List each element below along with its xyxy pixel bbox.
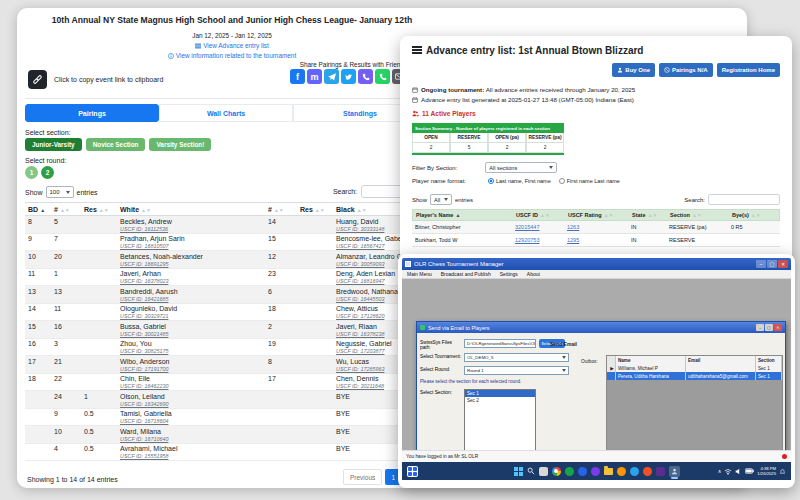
- copy-link-button[interactable]: [28, 70, 47, 89]
- header-num-black[interactable]: #▲▼: [265, 206, 297, 213]
- header-res-black[interactable]: Res▲▼: [297, 206, 333, 213]
- header-uscf-rating[interactable]: USCF Rating▲▼: [565, 212, 629, 218]
- menu-main-menu[interactable]: Main Menu: [407, 271, 432, 277]
- white-result-cell: [81, 288, 117, 303]
- header-byes[interactable]: Bye(s)▲▼: [729, 212, 779, 218]
- active-person-app-icon[interactable]: [669, 466, 680, 477]
- white-number-cell: 16: [51, 323, 81, 338]
- mastodon-icon[interactable]: m: [307, 69, 322, 84]
- taskbar-clock[interactable]: 4:38 PM 1/26/2025: [757, 466, 776, 476]
- white-uscf-id-link[interactable]: USCF ID: 16378023: [120, 278, 265, 285]
- purple-n-app-icon[interactable]: [656, 467, 665, 476]
- telegram-app-icon[interactable]: [630, 467, 639, 476]
- white-uscf-id-link[interactable]: USCF ID: 30825175: [120, 348, 265, 355]
- section-filter-select[interactable]: All sections: [485, 162, 557, 173]
- header-res-white[interactable]: Res▲▼: [81, 206, 117, 213]
- header-uscf-id[interactable]: USCF ID▲▼: [513, 212, 565, 218]
- view-tournament-info-link[interactable]: View information related to the tourname…: [17, 52, 447, 59]
- menu-settings[interactable]: Settings: [500, 271, 518, 277]
- header-num-white[interactable]: #▲▼: [51, 206, 81, 213]
- blue-app-icon[interactable]: [578, 467, 587, 476]
- black-number-cell: 8: [265, 358, 297, 373]
- white-uscf-id-link[interactable]: USCF ID: 16710640: [120, 436, 265, 443]
- header-players-name[interactable]: Player's Name▲: [413, 212, 513, 218]
- section-item-sec1[interactable]: Sec 1: [465, 390, 535, 397]
- header-section[interactable]: Section▲▼: [667, 212, 729, 218]
- purple-app-icon[interactable]: [591, 467, 600, 476]
- maximize-button[interactable]: ▢: [765, 324, 773, 331]
- minimize-button[interactable]: –: [756, 260, 766, 268]
- orange-app-icon[interactable]: [643, 467, 652, 476]
- tab-wall-charts[interactable]: Wall Charts: [159, 104, 293, 122]
- minimize-button[interactable]: –: [756, 324, 764, 331]
- white-uscf-id-link[interactable]: USCF ID: 16810507: [120, 243, 265, 250]
- white-uscf-id-link[interactable]: USCF ID: 15551958: [120, 453, 265, 460]
- previous-page-button[interactable]: Previous: [343, 469, 382, 485]
- format-last-first-radio[interactable]: Last name, First name: [488, 178, 551, 184]
- view-advance-entry-link[interactable]: View Advance entry list: [17, 42, 447, 49]
- summary-header-open-pa: OPEN (pa): [488, 133, 526, 143]
- round-select[interactable]: Round 1: [464, 366, 569, 375]
- white-uscf-id-link[interactable]: USCF ID: 16718604: [120, 418, 265, 425]
- white-uscf-id-link[interactable]: USCF ID: 16112536: [120, 226, 265, 233]
- tournament-select[interactable]: OL_DEMO_5: [464, 353, 569, 362]
- round-button-2[interactable]: 2: [41, 166, 54, 179]
- path-input[interactable]: D:\OLRgeneratedSwissSysFiles\OL_DEMO_5: [464, 339, 536, 348]
- section-item-sec2[interactable]: Sec 2: [465, 397, 535, 404]
- chrome-icon[interactable]: [552, 467, 561, 476]
- close-button[interactable]: ✕: [778, 260, 788, 268]
- round-button-1[interactable]: 1: [25, 166, 38, 179]
- entry-search-input[interactable]: [708, 194, 780, 205]
- buy-one-button[interactable]: Buy One: [612, 63, 655, 77]
- white-uscf-id-link[interactable]: USCF ID: 30329721: [120, 313, 265, 320]
- whatsapp-icon[interactable]: [375, 69, 390, 84]
- menu-broadcast-publish[interactable]: Broadcast and Publish: [441, 271, 491, 277]
- widgets-icon[interactable]: [407, 466, 418, 477]
- white-player-cell: Javeri, Arhan USCF ID: 16378023: [117, 270, 265, 285]
- twitter-icon[interactable]: [341, 69, 356, 84]
- white-uscf-id-link[interactable]: USCF ID: 30021485: [120, 331, 265, 338]
- windows-start-icon[interactable]: [514, 467, 523, 476]
- header-white[interactable]: White▲▼: [117, 206, 265, 213]
- uscf-rating-link[interactable]: 1263: [567, 224, 579, 230]
- facebook-icon[interactable]: f: [290, 69, 305, 84]
- section-button-varsity[interactable]: Varsity Section!: [149, 138, 211, 151]
- menu-about[interactable]: About: [527, 271, 540, 277]
- search-icon[interactable]: [527, 467, 535, 475]
- green-app-icon[interactable]: [565, 467, 574, 476]
- chevron-up-icon[interactable]: ∧: [718, 468, 722, 474]
- tab-pairings[interactable]: Pairings: [25, 104, 159, 122]
- notification-bell-icon[interactable]: [779, 468, 786, 475]
- dialog-titlebar[interactable]: Send via Email to Players – ▢ ✕: [417, 322, 785, 333]
- section-button-novice[interactable]: Novice Section: [86, 138, 146, 151]
- chat-icon[interactable]: [539, 467, 548, 476]
- uscf-rating-link[interactable]: 1295: [567, 237, 579, 243]
- grid-row-selected[interactable]: Perera, Uditha Harshana udithaharshana5@…: [607, 372, 782, 380]
- section-button-junior-varsity[interactable]: Junior-Varsity: [25, 138, 82, 151]
- white-uscf-id-link[interactable]: USCF ID: 16691295: [120, 261, 265, 268]
- olr-titlebar[interactable]: OLR Chess Tournament Manager – ▢ ✕: [402, 258, 791, 270]
- registration-home-button[interactable]: Registration Home: [717, 63, 780, 77]
- white-uscf-id-link[interactable]: USCF ID: 17191700: [120, 366, 265, 373]
- speaker-icon[interactable]: [735, 468, 742, 475]
- white-uscf-id-link[interactable]: USCF ID: 16342690: [120, 401, 265, 408]
- viber-icon[interactable]: [358, 69, 373, 84]
- wifi-icon[interactable]: [724, 468, 732, 475]
- header-state[interactable]: State▲▼: [629, 212, 667, 218]
- battery-icon[interactable]: [745, 468, 754, 474]
- uscf-id-link[interactable]: 12920753: [515, 237, 539, 243]
- entries-select[interactable]: All: [430, 194, 452, 205]
- uscf-id-link[interactable]: 32015447: [515, 224, 539, 230]
- telegram-icon[interactable]: [324, 69, 339, 84]
- grid-row[interactable]: ▶ Williams, Michael P Sec 1: [607, 364, 782, 372]
- close-button[interactable]: ✕: [774, 324, 782, 331]
- format-first-last-radio[interactable]: First name Last name: [559, 178, 620, 184]
- pairings-na-button[interactable]: Pairings N/A: [659, 63, 713, 77]
- header-bd[interactable]: BD▲: [25, 206, 51, 213]
- folder-icon[interactable]: [604, 468, 613, 475]
- bd-cell: 16: [25, 340, 51, 355]
- white-uscf-id-link[interactable]: USCF ID: 16462230: [120, 383, 265, 390]
- maximize-button[interactable]: ▢: [767, 260, 777, 268]
- firefox-icon[interactable]: [617, 467, 626, 476]
- white-uscf-id-link[interactable]: USCF ID: 16421685: [120, 296, 265, 303]
